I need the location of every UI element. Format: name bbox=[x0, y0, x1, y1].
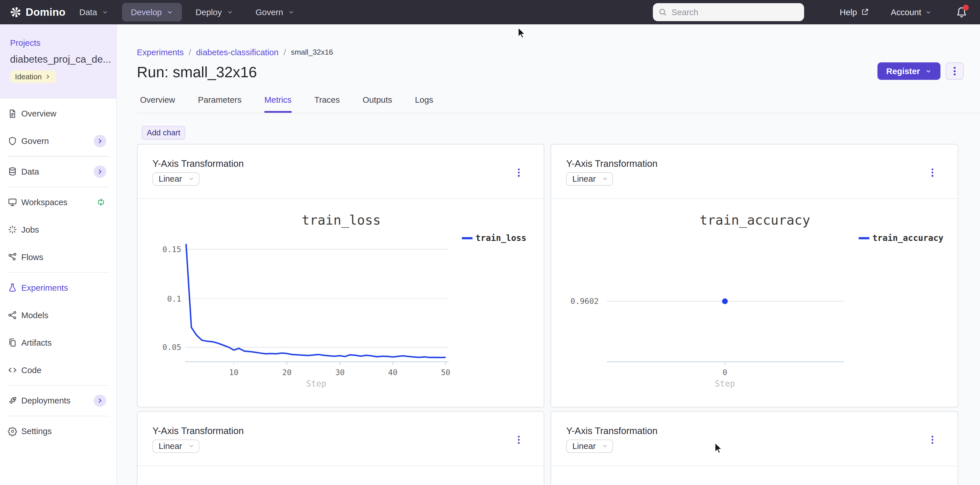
sidebar-item-code[interactable]: Code bbox=[0, 357, 116, 384]
primary-nav: DataDevelopDeployGovern bbox=[70, 3, 303, 21]
sidebar-item-workspaces[interactable]: Workspaces bbox=[0, 189, 116, 216]
sidebar-divider bbox=[8, 416, 109, 416]
yaxis-scale-value: Linear bbox=[572, 174, 596, 184]
breadcrumb-run-name: small_32x16 bbox=[291, 48, 333, 57]
svg-text:0.9602: 0.9602 bbox=[570, 297, 599, 306]
svg-text:30: 30 bbox=[335, 368, 345, 377]
projects-label[interactable]: Projects bbox=[10, 38, 106, 48]
notification-dot bbox=[963, 5, 969, 11]
chevron-down-icon bbox=[288, 9, 294, 16]
tab-metrics[interactable]: Metrics bbox=[264, 95, 292, 113]
flow-icon bbox=[8, 252, 18, 262]
yaxis-transformation-label: Y-Axis Transformation bbox=[153, 158, 534, 169]
help-link[interactable]: Help bbox=[840, 8, 869, 17]
chart-train_loss: train_losstrain_loss0.150.10.05102030405… bbox=[137, 199, 544, 406]
breadcrumb: Experiments / diabetes-classification / … bbox=[137, 48, 980, 57]
sidebar-item-models[interactable]: Models bbox=[0, 301, 116, 329]
spinner-icon bbox=[8, 225, 18, 235]
register-button[interactable]: Register bbox=[877, 62, 940, 80]
account-menu[interactable]: Account bbox=[891, 8, 932, 17]
sidebar-divider bbox=[8, 272, 109, 273]
stage-badge-label: Ideation bbox=[15, 72, 41, 81]
chart-card: Y-Axis Transformation Linear bbox=[550, 411, 958, 485]
chart-card: Y-Axis Transformation Linear bbox=[137, 411, 544, 485]
card-menu-kebab-button[interactable] bbox=[926, 166, 939, 179]
tab-label: Traces bbox=[314, 95, 340, 105]
add-chart-button[interactable]: Add chart bbox=[142, 126, 185, 139]
expand-chevron-badge[interactable] bbox=[94, 165, 106, 178]
nav-item-data[interactable]: Data bbox=[70, 3, 117, 21]
stage-badge[interactable]: Ideation bbox=[10, 70, 56, 83]
chevron-down-icon bbox=[102, 9, 108, 16]
tab-parameters[interactable]: Parameters bbox=[198, 95, 242, 113]
svg-text:train_loss: train_loss bbox=[302, 212, 381, 228]
domino-pinwheel-icon bbox=[10, 6, 21, 18]
card-menu-kebab-button[interactable] bbox=[926, 433, 939, 447]
tab-outputs[interactable]: Outputs bbox=[363, 95, 392, 113]
chevron-down-icon bbox=[188, 443, 194, 449]
sidebar-item-experiments[interactable]: Experiments bbox=[0, 274, 116, 301]
svg-text:0: 0 bbox=[722, 368, 727, 377]
card-header: Y-Axis Transformation Linear bbox=[137, 144, 544, 199]
tab-label: Overview bbox=[140, 95, 175, 105]
yaxis-scale-value: Linear bbox=[572, 441, 596, 451]
nav-item-develop[interactable]: Develop bbox=[122, 3, 181, 21]
breadcrumb-experiment-name[interactable]: diabetes-classification bbox=[196, 48, 278, 57]
sidebar-item-govern[interactable]: Govern bbox=[0, 127, 116, 155]
expand-chevron-badge[interactable] bbox=[94, 135, 106, 147]
document-icon bbox=[8, 109, 18, 119]
code-icon bbox=[8, 365, 18, 375]
yaxis-scale-select[interactable]: Linear bbox=[566, 172, 613, 186]
sidebar-item-overview[interactable]: Overview bbox=[0, 100, 116, 127]
chevron-right-icon bbox=[45, 73, 51, 80]
nav-item-deploy[interactable]: Deploy bbox=[187, 3, 242, 21]
chart-train_accuracy: train_accuracytrain_accuracy0.96020Step bbox=[551, 199, 958, 406]
card-header: Y-Axis Transformation Linear bbox=[551, 412, 958, 466]
sidebar-item-flows[interactable]: Flows bbox=[0, 244, 116, 271]
expand-chevron-badge[interactable] bbox=[94, 395, 106, 407]
yaxis-transformation-label: Y-Axis Transformation bbox=[153, 425, 534, 436]
sidebar-item-label: Artifacts bbox=[21, 338, 52, 348]
sidebar-item-label: Settings bbox=[21, 426, 52, 436]
network-icon bbox=[8, 310, 18, 320]
tab-overview[interactable]: Overview bbox=[140, 95, 175, 113]
mouse-cursor bbox=[713, 442, 724, 455]
sidebar-item-deployments[interactable]: Deployments bbox=[0, 387, 116, 414]
domino-logo[interactable]: Domino bbox=[10, 6, 65, 18]
sidebar-item-label: Workspaces bbox=[21, 197, 67, 207]
nav-item-label: Deploy bbox=[196, 8, 222, 17]
tab-traces[interactable]: Traces bbox=[314, 95, 340, 113]
rocket-icon bbox=[8, 396, 18, 406]
account-label: Account bbox=[891, 8, 921, 17]
svg-text:0.05: 0.05 bbox=[162, 342, 181, 351]
search-input[interactable]: Search bbox=[653, 3, 804, 21]
card-menu-kebab-button[interactable] bbox=[512, 433, 525, 447]
run-actions-kebab-button[interactable] bbox=[946, 62, 964, 80]
sidebar-item-label: Experiments bbox=[21, 283, 68, 293]
nav-item-govern[interactable]: Govern bbox=[247, 3, 303, 21]
sidebar-item-jobs[interactable]: Jobs bbox=[0, 216, 116, 244]
svg-text:10: 10 bbox=[229, 368, 238, 377]
gear-icon bbox=[8, 426, 18, 436]
yaxis-scale-value: Linear bbox=[159, 441, 182, 451]
yaxis-scale-select[interactable]: Linear bbox=[153, 439, 199, 453]
svg-text:40: 40 bbox=[388, 368, 398, 377]
yaxis-transformation-label: Y-Axis Transformation bbox=[566, 425, 947, 436]
yaxis-scale-select[interactable]: Linear bbox=[153, 172, 199, 186]
notifications-bell[interactable] bbox=[956, 6, 967, 18]
breadcrumb-experiments[interactable]: Experiments bbox=[137, 48, 184, 57]
sidebar-item-artifacts[interactable]: Artifacts bbox=[0, 329, 116, 357]
sidebar-item-data[interactable]: Data bbox=[0, 158, 116, 185]
nav-item-label: Develop bbox=[131, 8, 162, 17]
card-menu-kebab-button[interactable] bbox=[512, 166, 525, 179]
sidebar-item-label: Data bbox=[21, 167, 39, 176]
help-label: Help bbox=[840, 8, 857, 17]
flask-icon bbox=[8, 283, 18, 293]
project-name[interactable]: diabetes_proj_ca_de... bbox=[10, 54, 106, 65]
card-body bbox=[137, 466, 544, 485]
tab-logs[interactable]: Logs bbox=[415, 95, 433, 113]
sidebar-item-label: Models bbox=[21, 311, 48, 320]
search-placeholder: Search bbox=[671, 8, 698, 17]
sidebar-item-settings[interactable]: Settings bbox=[0, 417, 116, 445]
yaxis-scale-select[interactable]: Linear bbox=[566, 439, 613, 453]
